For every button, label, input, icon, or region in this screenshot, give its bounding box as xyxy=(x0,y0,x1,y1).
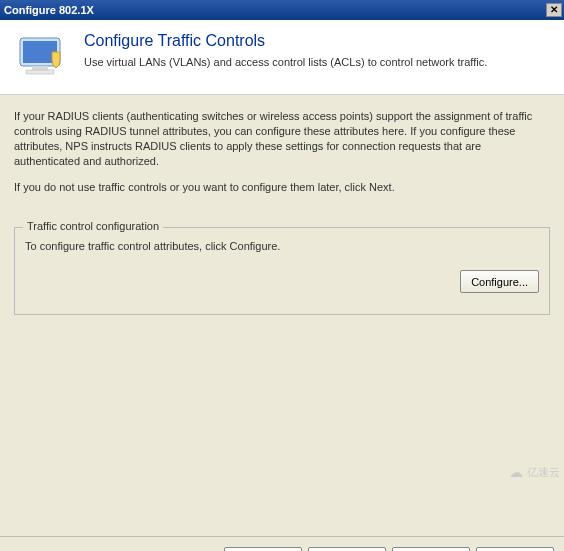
groupbox-legend: Traffic control configuration xyxy=(23,220,163,232)
header-text-block: Configure Traffic Controls Use virtual L… xyxy=(84,32,487,68)
wizard-header: Configure Traffic Controls Use virtual L… xyxy=(0,20,564,95)
watermark: ☁ 亿速云 xyxy=(509,464,560,480)
page-heading: Configure Traffic Controls xyxy=(84,32,487,50)
groupbox-instruction: To configure traffic control attributes,… xyxy=(25,240,539,252)
configure-button[interactable]: Configure... xyxy=(460,270,539,293)
cancel-button[interactable]: Cancel xyxy=(476,547,554,551)
svg-rect-3 xyxy=(26,70,54,74)
finish-button: Finish xyxy=(392,547,470,551)
titlebar: Configure 802.1X ✕ xyxy=(0,0,564,20)
traffic-control-groupbox: Traffic control configuration To configu… xyxy=(14,227,550,315)
previous-button[interactable]: Previous xyxy=(224,547,302,551)
wizard-footer: Previous Next Finish Cancel xyxy=(0,536,564,551)
monitor-shield-icon xyxy=(14,34,68,82)
instruction-paragraph-1: If your RADIUS clients (authenticating s… xyxy=(14,109,550,168)
window-title: Configure 802.1X xyxy=(4,4,94,16)
groupbox-button-row: Configure... xyxy=(25,270,539,293)
close-icon: ✕ xyxy=(550,5,558,15)
svg-rect-2 xyxy=(32,66,48,70)
page-subheading: Use virtual LANs (VLANs) and access cont… xyxy=(84,56,487,68)
next-button[interactable]: Next xyxy=(308,547,386,551)
wizard-content: If your RADIUS clients (authenticating s… xyxy=(0,95,564,536)
cloud-icon: ☁ xyxy=(509,464,523,480)
instruction-paragraph-2: If you do not use traffic controls or yo… xyxy=(14,180,550,195)
close-button[interactable]: ✕ xyxy=(546,3,562,17)
watermark-text: 亿速云 xyxy=(527,465,560,480)
